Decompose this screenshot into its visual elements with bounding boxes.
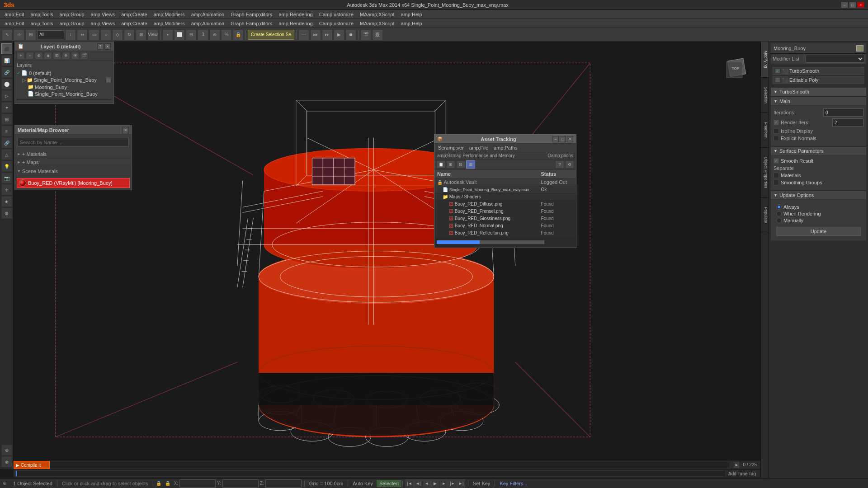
asset-tb-4-active[interactable]: ▦ (466, 160, 475, 169)
tool-snap[interactable]: ▪ (162, 29, 173, 40)
layer-item-0[interactable]: ✓ 📄 0 (default) (17, 70, 112, 76)
render-iters-checkbox[interactable]: ✓ (774, 120, 779, 125)
asset-tb-3[interactable]: ⊟ (456, 160, 465, 169)
tool-rect[interactable]: ▭ (89, 29, 99, 40)
sidebar-sysobj[interactable]: ⚙ (1, 208, 12, 219)
tool-render-setup[interactable]: 🎬 (360, 29, 371, 40)
tab-object-props[interactable]: Object Properties (761, 148, 769, 198)
tool-prev-key[interactable]: ⏮ (310, 29, 321, 40)
tool-align[interactable]: ⊟ (186, 29, 197, 40)
sidebar-light[interactable]: 💡 (1, 161, 12, 172)
y-input[interactable] (222, 479, 259, 488)
layer-freeze-button[interactable]: ❄ (62, 52, 70, 59)
smoothing-groups-checkbox[interactable] (774, 180, 779, 185)
sidebar-bottom1[interactable]: ⊕ (1, 445, 12, 455)
tool-view-dd[interactable]: View (147, 29, 158, 40)
playback-prev-key-btn[interactable]: ◄| (414, 479, 422, 488)
mat-close-button[interactable]: × (123, 127, 129, 133)
tab-selection[interactable]: Selection (761, 78, 769, 113)
viewport-next-button[interactable]: ► (734, 462, 739, 468)
explicit-normals-checkbox[interactable] (774, 136, 779, 141)
menu-animation-1[interactable]: amp;Animation (189, 11, 227, 18)
radio-when-rendering[interactable]: When Rendering (776, 211, 861, 216)
iterations-input[interactable] (823, 108, 863, 117)
asset-close-button[interactable]: × (567, 136, 573, 142)
sidebar-geo[interactable]: △ (1, 149, 12, 160)
menu-create-1[interactable]: amp;Create (118, 11, 150, 18)
sidebar-cam[interactable]: 📷 (1, 173, 12, 183)
radio-manually[interactable]: Manually (776, 218, 861, 223)
tool-record[interactable]: ⏺ (345, 29, 356, 40)
timeline-track[interactable] (15, 470, 726, 477)
add-time-tag-button[interactable]: Add Time Tag (726, 471, 759, 476)
menu-rendering-1[interactable]: amp;Rendering (276, 11, 315, 18)
sidebar-track-view[interactable]: 📊 (1, 55, 12, 66)
sidebar-snap[interactable]: ⊞ (1, 114, 12, 125)
menu-create-2[interactable]: amp;Create (118, 20, 150, 27)
menu-modifiers-1[interactable]: amp;Modifiers (151, 11, 188, 18)
menu-edit-1[interactable]: amp;Edit (2, 11, 27, 18)
layer-add-sel-button[interactable]: ⊕ (35, 52, 43, 59)
mat-maps-label[interactable]: ▸ + Maps (18, 159, 129, 165)
layer-render-button[interactable]: 🎬 (80, 52, 88, 59)
render-iters-input[interactable] (832, 118, 863, 127)
tab-modifying[interactable]: Modifying (761, 42, 769, 78)
asset-help-button[interactable]: ? (555, 160, 564, 169)
layer-new-button[interactable]: + (17, 52, 25, 59)
menu-views-2[interactable]: amp;Views (88, 20, 118, 27)
sidebar-space[interactable]: ★ (1, 196, 12, 207)
sidebar-schematic[interactable]: 🔗 (1, 67, 12, 78)
maximize-button[interactable]: □ (849, 2, 856, 8)
surface-params-rollout-header[interactable]: ▼ Surface Parameters (771, 147, 866, 155)
asset-row-vault[interactable]: 🔒 Autodesk Vault Logged Out (434, 178, 576, 186)
tab-freeform[interactable]: Freeform (761, 113, 769, 148)
asset-tb-2[interactable]: ⊞ (446, 160, 455, 169)
z-input[interactable] (265, 479, 302, 488)
navigation-cube[interactable]: TOP (720, 51, 751, 82)
turbosmooth-enable-checkbox[interactable]: ✓ (775, 68, 780, 74)
menu-help-2[interactable]: amp;Help (398, 20, 425, 27)
playback-next-key-btn[interactable]: |► (448, 479, 457, 488)
asset-maximize-button[interactable]: □ (560, 136, 566, 142)
filter-input[interactable] (37, 30, 64, 39)
asset-row-reflection[interactable]: 🖼 Buoy_RED_Refleciton.png Found (434, 230, 576, 237)
compile-bar[interactable]: ▶ Compile it (14, 461, 50, 469)
tool-select2[interactable]: ⊹ (14, 29, 24, 40)
playback-next-btn[interactable]: ► (440, 479, 448, 488)
tool-fence[interactable]: ◇ (112, 29, 123, 40)
asset-minimize-button[interactable]: − (552, 136, 559, 142)
tool-snap2[interactable]: ⊕ (209, 29, 220, 40)
asset-menu-file[interactable]: amp;File (467, 145, 490, 151)
sidebar-bones[interactable]: ≡ (1, 126, 12, 136)
menu-modifiers-2[interactable]: amp;Modifiers (151, 20, 188, 27)
tool-move[interactable]: ↕ (65, 29, 76, 40)
menu-customize-1[interactable]: Camp;ustomize (316, 11, 356, 18)
asset-options[interactable]: Oamp;ptions (547, 153, 573, 158)
sidebar-bottom2[interactable]: ⊗ (1, 456, 12, 467)
asset-tb-1[interactable]: 📋 (436, 160, 445, 169)
menu-animation-2[interactable]: amp;Animation (189, 20, 227, 27)
viewport-timeline[interactable] (24, 462, 730, 468)
menu-graph-1[interactable]: Graph Eamp;ditors (228, 11, 275, 18)
mat-search-input[interactable] (18, 138, 129, 147)
menu-help-1[interactable]: amp;Help (398, 11, 425, 18)
sidebar-render[interactable]: ✦ (1, 102, 12, 113)
asset-menu-server[interactable]: Seramp;ver (436, 145, 466, 151)
layer-del-button[interactable]: − (26, 52, 34, 59)
sidebar-helper[interactable]: ✛ (1, 184, 12, 195)
layer-help-button[interactable]: ? (97, 43, 104, 50)
tool-percent[interactable]: % (221, 29, 232, 40)
menu-group-1[interactable]: amp;Group (57, 11, 87, 18)
tool-select3[interactable]: ⊞ (25, 29, 36, 40)
layer-item-spm[interactable]: ▷ 📁 Single_Point_Mooring_Buoy □ (22, 76, 112, 84)
tool-num3[interactable]: 3 (198, 29, 208, 40)
smooth-result-checkbox[interactable]: ✓ (774, 158, 779, 164)
tool-mirror[interactable]: ⬜ (174, 29, 185, 40)
tool-move2[interactable]: ⇔ (77, 29, 88, 40)
tool-rotate[interactable]: ↻ (124, 29, 135, 40)
isoline-checkbox[interactable] (774, 128, 779, 134)
asset-settings-button[interactable]: ⚙ (565, 160, 574, 169)
layer-hi-sel-button[interactable]: ⊞ (53, 52, 61, 59)
layer-close-button[interactable]: × (104, 43, 111, 50)
turbosmooth-rollout-header[interactable]: ▼ TurboSmooth (771, 88, 866, 96)
